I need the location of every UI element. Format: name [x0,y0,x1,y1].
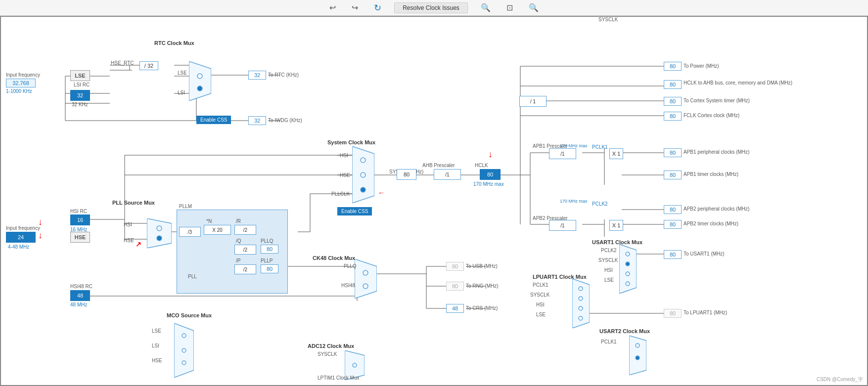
hse-rtc-label: HSE_RTC [111,60,134,66]
enable-css-system-button[interactable]: Enable CSS [337,207,372,215]
apb2-timer-value: 80 [664,220,682,229]
zoom-fit-button[interactable]: ⊡ [503,2,516,13]
fclk-value: 80 [664,112,682,121]
mco-lse-label: LSE [152,328,161,334]
rtc-lse-label: LSE [178,70,187,76]
pllp-select[interactable]: /2/4/6 [234,264,256,274]
ck48-pllq-label: PLLQ [344,263,357,269]
pllq-value: 80 [261,245,278,254]
plln-label: *N [206,218,212,224]
pllp-name: PLLP [261,258,273,263]
forward-button[interactable]: ↪ [349,2,361,13]
lsi-rc-value: 32 [70,90,90,101]
adc12-sysclk: SYSCLK [318,351,337,357]
red-arrow-input: ↓ [38,230,43,241]
svg-marker-75 [147,218,172,248]
svg-point-87 [626,262,630,266]
apb2-timer-label: APB2 timer clocks (MHz) [684,221,738,226]
usart2-mux-title: USART2 Clock Mux [599,328,650,334]
adc12-mux-title: ADC12 Clock Mux [308,343,354,349]
hsi-rc-label: HSI RC [70,209,87,214]
div1-top-select[interactable]: / 1/ 2 [519,96,547,107]
enable-css-rtc-button[interactable]: Enable CSS [196,116,231,124]
usart1-sysclk: SYSCLK [598,257,618,263]
usart1-pclk2: PCLK2 [601,248,617,253]
pllq-select[interactable]: /2/4/6 [234,245,256,255]
zoom-out-button[interactable]: 🔍 [526,2,542,13]
ahb-prescaler-label: AHB Prescaler [422,163,455,168]
mco-hse-label: HSE [152,358,162,363]
to-lpuart1-value: 80 [664,309,682,318]
resolve-clock-button[interactable]: Resolve Clock Issues [394,2,468,13]
rtc-mux-shape [189,61,211,101]
red-arrow-hse: ↗ [136,240,141,248]
watermark-text: CSDN @Comedy_宇 [817,376,863,383]
usart1-lse: LSE [604,277,614,283]
rtc-mux-title: RTC Clock Mux [154,40,194,46]
pll-hsi-label: HSI [124,222,132,227]
usart2-pclk1: PCLK1 [601,339,617,344]
pllm-select[interactable]: /3/1/2/4 [179,227,201,237]
to-rtc-label: To RTC (KHz) [268,72,299,78]
pllm-label: PLLM [179,204,192,209]
rtc-lsi-label: LSI [178,90,185,95]
apb2-prescaler-select[interactable]: /1/2/4 [549,220,576,231]
svg-marker-78 [352,146,374,203]
toolbar: ↩ ↪ ↻ Resolve Clock Issues 🔍 ⊡ 🔍 [0,0,868,16]
clock-diagram-canvas: Input frequency 32.768 1-1000 KHz LSE LS… [0,16,868,386]
apb1-periph-value: 80 [664,148,682,157]
system-mux-shape [352,146,374,203]
pclk1-label: PCLK1 [592,144,608,150]
svg-point-74 [197,86,202,91]
pllr-label: /R [236,218,241,224]
svg-point-97 [636,356,640,360]
cortex-timer-value: 80 [664,97,682,106]
ck48-hsi48-label: HSI48 [341,283,355,288]
lpuart1-hsi: HSI [536,302,545,307]
red-arrow-pllclk: ← [378,189,385,197]
hclk-label: HCLK [475,163,488,168]
pllq-name: PLLQ [261,238,274,244]
to-usart1-label: To USART1 (MHz) [684,251,725,257]
input-freq-value-2[interactable]: 24 [6,232,36,243]
to-lpuart1-label: To LPUART1 (MHz) [684,310,727,315]
lpuart1-lse: LSE [536,312,546,317]
apb2-periph-value: 80 [664,205,682,214]
lsi-freq-label: 32 KHz [72,102,88,107]
hclk-ahb-label: HCLK to AHB bus, core, memory and DMA (M… [684,80,792,86]
hclk-ahb-value: 80 [664,80,682,89]
hsi48-rc-label: HSI48 RC [70,284,92,289]
sys-hse-label: HSE [340,172,350,178]
hclk-value: 80 [480,169,501,180]
svg-marker-72 [189,61,211,101]
usart1-mux-shape [619,244,637,294]
pclk2-label: PCLK2 [592,201,608,207]
ahb-prescaler-select[interactable]: /1/2/4 [434,169,461,180]
to-usb-value: 80 [446,262,464,271]
usart2-mux-shape [629,336,646,375]
apb1-periph-label: APB1 peripheral clocks (MHz) [684,149,749,155]
apb1-prescaler-select[interactable]: /1/2/4 [549,148,576,159]
pllr-select[interactable]: /2/4/6 [234,225,256,235]
lptim1-mux-label: LPTIM1 Clock Mux [318,375,359,381]
refresh-button[interactable]: ↻ [371,1,384,14]
back-button[interactable]: ↩ [326,2,339,13]
svg-marker-82 [355,259,377,299]
x1-apb2-box: X 1 [609,220,623,231]
hse-box[interactable]: HSE [70,232,90,243]
pll-source-mux-title: PLL Source Mux [112,200,155,206]
input-freq-value-1[interactable]: 32.768 [6,79,36,87]
plln-select[interactable]: X 20X 16X 24 [204,225,231,235]
pllp-label-sel: /P [236,258,240,263]
hsi48-rc-value: 48 [70,290,90,301]
zoom-in-button[interactable]: 🔍 [478,2,494,13]
input-freq-label-1: Input frequency [6,72,40,78]
lse-box[interactable]: LSE [70,70,90,81]
pll-hse-label: HSE [124,238,134,243]
to-power-value: 80 [664,62,682,71]
svg-marker-85 [619,244,637,294]
to-power-label: To Power (MHz) [684,63,719,69]
input-freq-range-1: 1-1000 KHz [6,88,32,94]
red-arrow-hsi: ↓ [38,217,43,227]
input-freq-label-2: Input frequency [6,225,40,231]
